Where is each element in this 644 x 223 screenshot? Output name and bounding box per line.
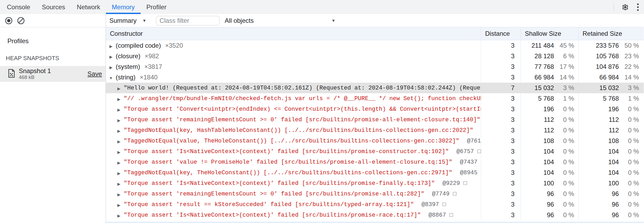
expand-arrow-icon[interactable] (116, 211, 122, 219)
table-row[interactable]: "Torque assert 'Is<NativeContext>(contex… (106, 146, 644, 157)
retained-size-cell: 96 0 % (578, 189, 644, 199)
distance-cell: 3 (481, 104, 521, 114)
expand-arrow-icon[interactable] (116, 95, 122, 102)
sidebar-item-snapshot-1[interactable]: Snapshot 1 468 kB Save (0, 66, 106, 82)
distance-cell: 3 (481, 51, 521, 61)
gear-icon[interactable] (621, 3, 629, 11)
three-dot-menu-icon[interactable] (634, 2, 641, 12)
shallow-size-percent: 0 % (554, 158, 574, 166)
table-row[interactable]: (system) ×3817 3 77 768 17 % 104 876 22 … (106, 61, 644, 72)
table-row[interactable]: (string) ×1840 3 66 984 14 % 66 984 14 % (106, 72, 644, 83)
retained-size-value: 108 (608, 137, 619, 145)
retained-size-cell: 66 984 14 % (578, 72, 644, 83)
shallow-size-cell: 96 0 % (521, 199, 578, 210)
expand-arrow-icon[interactable] (116, 116, 122, 123)
distance-cell: 3 (481, 40, 521, 51)
column-header-distance[interactable]: Distance (481, 27, 521, 40)
table-row[interactable]: "Torque assert 'Is<NativeContext>(contex… (106, 178, 644, 189)
shallow-size-percent: 0 % (554, 116, 574, 123)
snapshot-name: Snapshot 1 (19, 68, 51, 74)
save-snapshot-link[interactable]: Save (87, 70, 102, 78)
tab-console[interactable]: Console (1, 0, 36, 14)
column-header-retained-size[interactable]: Retained Size (578, 27, 644, 40)
objects-scope-select[interactable]: All objects (225, 17, 337, 24)
expand-arrow-icon[interactable] (116, 180, 122, 187)
constructor-cell: "TaggedNotEqual(key, HashTableHoleConsta… (106, 125, 481, 136)
retained-size-value: 66 984 (600, 74, 619, 81)
constructor-cell: "TaggedNotEqual(value, TheHoleConstant()… (106, 136, 481, 146)
table-row[interactable]: "Torque assert 'remainingElementsCount >… (106, 189, 644, 199)
distance-cell: 3 (481, 146, 521, 157)
constructor-cell: "// .wrangler/tmp/bundle-FmNIt0/checked-… (106, 93, 481, 104)
constructor-cell: "Hello world! (Requested at: 2024-08-19T… (106, 83, 481, 93)
retained-size-value: 96 (612, 190, 619, 198)
expand-arrow-icon[interactable] (108, 42, 114, 49)
expand-arrow-icon[interactable] (116, 137, 122, 145)
distance-value: 3 (511, 95, 515, 102)
table-row[interactable]: "TaggedNotEqual(key, HashTableHoleConsta… (106, 125, 644, 136)
shallow-size-percent: 0 % (554, 211, 574, 219)
grid-header: Constructor Distance Shallow Size Retain… (106, 27, 644, 40)
distance-cell: 3 (481, 210, 521, 220)
table-row[interactable]: "TaggedNotEqual(key, TheHoleConstant()) … (106, 167, 644, 178)
table-row[interactable]: "// .wrangler/tmp/bundle-FmNIt0/checked-… (106, 93, 644, 104)
tab-memory[interactable]: Memory (106, 0, 141, 14)
expand-arrow-icon[interactable] (116, 105, 122, 113)
table-row[interactable]: "TaggedNotEqual(value, TheHoleConstant()… (106, 136, 644, 146)
expand-arrow-icon[interactable] (116, 190, 122, 198)
table-row[interactable]: "Torque assert 'value != PromiseHole' fa… (106, 157, 644, 167)
table-row[interactable]: (closure) ×982 3 28 128 6 % 105 768 23 % (106, 51, 644, 61)
tab-sources[interactable]: Sources (36, 0, 71, 14)
expand-arrow-icon[interactable] (116, 127, 122, 134)
clear-profiles-icon[interactable] (17, 17, 25, 25)
row-constructor-text: "TaggedNotEqual(value, TheHoleConstant()… (124, 138, 459, 144)
table-row[interactable]: "Torque assert 'Is<NativeContext>(contex… (106, 210, 644, 220)
retained-size-cell: 104 0 % (578, 167, 644, 178)
retained-size-percent: 22 % (619, 63, 639, 70)
shallow-size-cell: 96 0 % (521, 210, 578, 220)
table-row[interactable]: "Torque assert 'remainingElementsCount >… (106, 114, 644, 125)
retained-size-value: 15 032 (600, 84, 619, 92)
constructor-cell: (string) ×1840 (106, 72, 481, 83)
retained-size-cell: 112 0 % (578, 114, 644, 125)
shallow-size-cell: 104 0 % (521, 167, 578, 178)
constructor-cell: "Torque assert 'remainingElementsCount >… (106, 189, 481, 199)
retained-size-value: 96 (612, 211, 619, 219)
table-row[interactable]: "Hello world! (Requested at: 2024-08-19T… (106, 83, 644, 93)
retained-size-value: 104 876 (596, 63, 619, 70)
constructor-cell: (system) ×3817 (106, 61, 481, 72)
shallow-size-value: 28 128 (535, 52, 554, 60)
shallow-size-percent: 45 % (554, 42, 574, 49)
retained-size-cell: 96 0 % (578, 199, 644, 210)
perspective-select[interactable]: Summary (109, 17, 146, 24)
snapshot-info: Snapshot 1 468 kB (19, 68, 51, 80)
retained-size-cell: 112 0 % (578, 125, 644, 136)
class-filter-input[interactable] (156, 16, 220, 25)
expand-arrow-icon[interactable] (108, 74, 114, 81)
tab-network[interactable]: Network (71, 0, 106, 14)
expand-arrow-icon[interactable] (108, 52, 114, 60)
table-row[interactable]: "Torque assert 'result == kStoreSucceded… (106, 199, 644, 210)
retained-size-percent: 1 % (619, 95, 639, 102)
expand-arrow-icon[interactable] (116, 148, 122, 155)
expand-arrow-icon[interactable] (116, 169, 122, 176)
column-header-shallow-size[interactable]: Shallow Size (521, 27, 578, 40)
expand-arrow-icon[interactable] (116, 158, 122, 166)
column-header-constructor[interactable]: Constructor (106, 27, 481, 40)
constructor-cell: (closure) ×982 (106, 51, 481, 61)
distance-value: 3 (511, 201, 515, 208)
tab-profiler[interactable]: Profiler (141, 0, 172, 14)
distance-value: 3 (511, 116, 515, 123)
table-row[interactable]: (compiled code) ×3520 3 211 484 45 % 233… (106, 40, 644, 51)
retained-size-percent: 0 % (619, 105, 639, 113)
table-row[interactable]: "Torque assert 'Convert<uintptr>(endInde… (106, 104, 644, 114)
row-object-id: @6757 □ (457, 148, 481, 155)
expand-arrow-icon[interactable] (116, 84, 122, 92)
expand-arrow-icon[interactable] (108, 63, 114, 70)
distance-cell: 3 (481, 61, 521, 72)
retained-size-percent: 0 % (619, 137, 639, 145)
record-heap-snapshot-icon[interactable] (5, 17, 13, 25)
row-object-id: @7611 (467, 138, 481, 144)
expand-arrow-icon[interactable] (116, 201, 122, 208)
distance-value: 3 (511, 148, 515, 155)
